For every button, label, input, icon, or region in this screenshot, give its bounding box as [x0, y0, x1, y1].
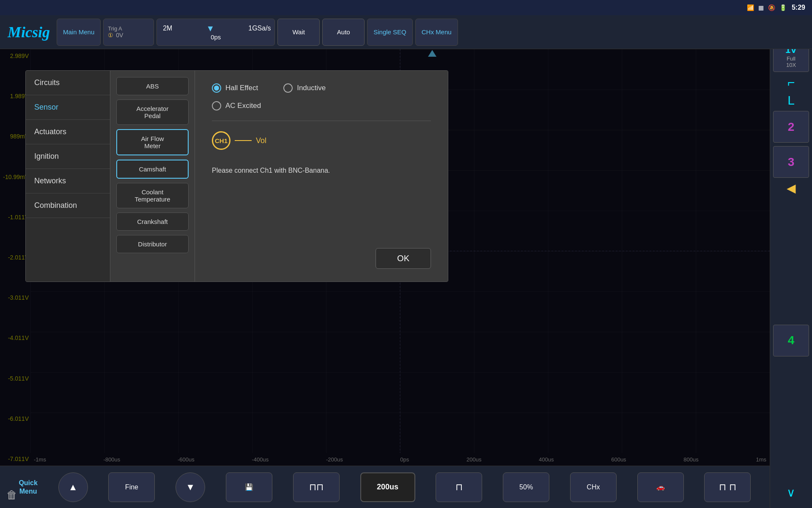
single-seq-button[interactable]: Single SEQ: [367, 19, 413, 46]
square-wave-up-icon: ⌐: [787, 75, 795, 90]
list-item-crankshaft[interactable]: Crankshaft: [116, 213, 189, 231]
save-icon: 💾: [245, 483, 253, 491]
auto-button[interactable]: Auto: [322, 19, 365, 46]
car-icon: 🚗: [656, 483, 665, 491]
ch1-line: [235, 140, 252, 141]
ch1-10x: 10X: [786, 62, 796, 68]
divider: [212, 121, 431, 121]
channel-icon-button[interactable]: ⊓ ⊓: [704, 472, 751, 502]
radio-inductive-label: Inductive: [297, 84, 326, 92]
ch3-label: 3: [788, 155, 795, 169]
wave-pattern-button[interactable]: ⊓⊓: [293, 472, 340, 502]
ch1-full: Full: [787, 55, 796, 62]
timebase-top: 2M ▼ 1GSa/s: [163, 24, 269, 33]
radio-row-1: Hall Effect Inductive: [212, 83, 431, 93]
time-value-label: 200us: [377, 483, 398, 491]
up-arrow-icon: ▲: [69, 482, 78, 493]
sidebar-item-networks[interactable]: Networks: [26, 169, 110, 193]
timebase-triangle: ▼: [206, 24, 214, 33]
sidebar-item-ignition[interactable]: Ignition: [26, 144, 110, 169]
list-item-accelerator-pedal[interactable]: AcceleratorPedal: [116, 99, 189, 125]
connect-message: Please connect Ch1 with BNC-Banana.: [212, 167, 431, 174]
list-item-coolant-temperature[interactable]: CoolantTemperature: [116, 183, 189, 208]
wifi-icon: 📶: [747, 4, 754, 11]
chx-menu-button[interactable]: CHx Menu: [415, 19, 458, 46]
radio-hall-effect-label: Hall Effect: [225, 84, 258, 92]
list-item-air-flow-meter[interactable]: Air FlowMeter: [116, 129, 189, 155]
list-item-camshaft[interactable]: Camshaft: [116, 160, 189, 179]
radio-hall-effect[interactable]: Hall Effect: [212, 83, 258, 93]
right-panel: ∧ 1V Full 10X ⌐ L 2 3 ◀ 4 ∨: [770, 15, 812, 508]
modal-list: ABS AcceleratorPedal Air FlowMeter Camsh…: [110, 71, 195, 282]
square-wave-down-icon: L: [787, 93, 795, 108]
quick-menu-label: Quick Menu: [19, 479, 37, 494]
fine-button[interactable]: Fine: [108, 472, 155, 502]
fine-label: Fine: [125, 483, 138, 491]
timebase-box: 2M ▼ 1GSa/s 0ps: [156, 19, 275, 46]
time-offset: 0ps: [211, 33, 221, 41]
main-menu-button[interactable]: Main Menu: [57, 19, 101, 46]
ok-button[interactable]: OK: [376, 248, 431, 269]
status-icons: 📶 ▦ 🔕 🔋: [747, 4, 787, 11]
radio-ac-excited-circle: [212, 101, 221, 110]
logo: Micsig: [3, 23, 54, 41]
sidebar-item-combination[interactable]: Combination: [26, 193, 110, 218]
chx-button[interactable]: CHx: [570, 472, 617, 502]
ch1-circle: CH1: [212, 131, 230, 150]
sidebar-item-actuators[interactable]: Actuators: [26, 120, 110, 144]
single-wave-button[interactable]: ⊓: [436, 472, 482, 502]
save-button[interactable]: 💾: [226, 472, 272, 502]
radio-row-2: AC Excited: [212, 101, 431, 110]
wait-button[interactable]: Wait: [277, 19, 320, 46]
percent-button[interactable]: 50%: [503, 472, 549, 502]
time-value-display[interactable]: 200us: [360, 472, 415, 502]
trig-voltage: 0V: [116, 32, 123, 39]
down-arrow-icon: ▼: [186, 482, 195, 493]
list-item-abs[interactable]: ABS: [116, 77, 189, 95]
modal-sidebar: Circuits Sensor Actuators Ignition Netwo…: [26, 71, 110, 282]
trig-box: Trig A ① 0V: [103, 19, 154, 46]
sidebar-item-sensor[interactable]: Sensor: [26, 95, 110, 120]
modal-overlay: Circuits Sensor Actuators Ignition Netwo…: [0, 49, 770, 466]
percent-label: 50%: [519, 483, 533, 491]
chx-label: CHx: [587, 483, 600, 491]
status-time: 5:29: [792, 4, 805, 11]
trash-icon[interactable]: 🗑: [6, 489, 17, 502]
up-arrow-button[interactable]: ▲: [58, 472, 88, 502]
down-arrow-button[interactable]: ▼: [176, 472, 205, 502]
arrow-left-icon[interactable]: ◀: [787, 181, 796, 195]
status-bar: 📶 ▦ 🔕 🔋 5:29: [0, 0, 812, 15]
vol-label: Vol: [256, 136, 266, 145]
list-item-distributor[interactable]: Distributor: [116, 235, 189, 253]
trig-label: Trig A: [108, 25, 122, 32]
ch4-label: 4: [788, 334, 795, 347]
radio-ac-excited-label: AC Excited: [225, 102, 261, 110]
ch4-button[interactable]: 4: [773, 325, 809, 356]
toolbar: Micsig Main Menu Trig A ① 0V 2M ▼ 1GSa/s…: [0, 15, 812, 49]
timescale-label: 2M: [163, 25, 172, 32]
ch1-label: CH1: [215, 137, 228, 144]
bottom-toolbar: 🗑 Quick Menu ▲ Fine ▼ 💾 ⊓⊓ 200us ⊓ 50% C…: [0, 466, 770, 508]
trig-value: ① 0V: [108, 32, 123, 39]
ch2-button[interactable]: 2: [773, 111, 809, 143]
trig-icon: ①: [108, 32, 113, 39]
bell-icon: 🔕: [768, 4, 775, 11]
down-chevron-icon[interactable]: ∨: [787, 486, 796, 500]
channel-icon: ⊓ ⊓: [719, 482, 736, 493]
ch3-button[interactable]: 3: [773, 146, 809, 178]
ch1-row: CH1 Vol: [212, 131, 431, 150]
radio-ac-excited[interactable]: AC Excited: [212, 101, 261, 110]
wave-pattern-icon: ⊓⊓: [309, 482, 324, 493]
single-wave-icon: ⊓: [455, 482, 463, 493]
quick-menu-button[interactable]: Quick Menu: [19, 479, 37, 495]
car-icon-button[interactable]: 🚗: [637, 472, 684, 502]
radio-hall-effect-circle: [212, 83, 221, 93]
radio-inductive-circle: [283, 83, 293, 93]
modal-content: Hall Effect Inductive AC Excited CH1: [195, 71, 448, 282]
radio-inductive[interactable]: Inductive: [283, 83, 326, 93]
sidebar-item-circuits[interactable]: Circuits: [26, 71, 110, 95]
ch2-label: 2: [788, 120, 795, 134]
modal-dialog: Circuits Sensor Actuators Ignition Netwo…: [25, 70, 448, 282]
battery-icon: 🔋: [779, 4, 787, 11]
grid-icon: ▦: [758, 4, 764, 11]
